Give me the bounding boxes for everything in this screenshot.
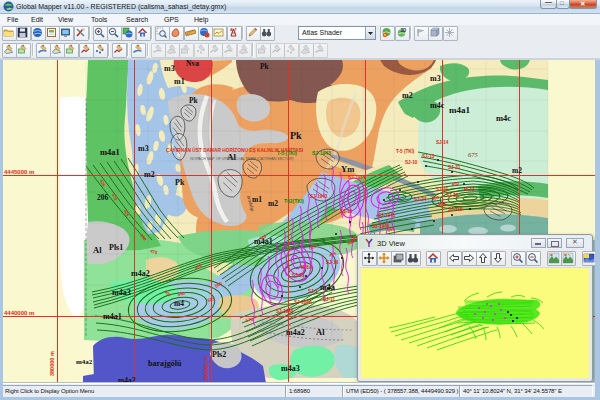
svg-text:Pls1: Pls1 xyxy=(109,243,123,252)
svg-text:SJ-16: SJ-16 xyxy=(326,260,339,265)
svg-text:m1: m1 xyxy=(174,77,185,86)
svg-text:SJ-1984: SJ-1984 xyxy=(348,175,366,180)
svg-text:M-8A: M-8A xyxy=(301,265,313,270)
svg-text:Ym: Ym xyxy=(341,164,354,174)
svg-text:m3: m3 xyxy=(138,144,149,153)
svg-text:Pk: Pk xyxy=(175,178,185,187)
svg-text:m2: m2 xyxy=(512,166,522,175)
svg-text:m4a2: m4a2 xyxy=(118,376,136,383)
svg-text:SJ-1943: SJ-1943 xyxy=(310,194,328,199)
svg-text:Al: Al xyxy=(316,327,325,337)
svg-text:T-5 (TKİ): T-5 (TKİ) xyxy=(277,150,297,156)
svg-text:M-8: M-8 xyxy=(438,202,446,207)
svg-text:ISOPACH MAP OF UPPER COAL SEAM: ISOPACH MAP OF UPPER COAL SEAM (ÇAYIRHAN… xyxy=(190,157,293,161)
svg-text:206: 206 xyxy=(97,193,109,202)
svg-text:SJ-19: SJ-19 xyxy=(340,209,353,214)
svg-text:380000 m: 380000 m xyxy=(49,351,55,376)
svg-text:SJ-104A: SJ-104A xyxy=(294,300,313,305)
svg-text:SJ-31: SJ-31 xyxy=(436,187,449,192)
svg-text:Pk: Pk xyxy=(290,130,302,141)
svg-text:3D: 3D xyxy=(400,28,407,33)
svg-text:m4a2: m4a2 xyxy=(286,328,305,337)
svg-text:m4a1: m4a1 xyxy=(103,312,122,321)
svg-text:4445000 m: 4445000 m xyxy=(4,169,34,175)
svg-text:SJ-1941: SJ-1941 xyxy=(378,213,396,218)
svg-text:m3: m3 xyxy=(164,64,175,73)
svg-text:SJ-11: SJ-11 xyxy=(323,297,335,302)
svg-text:T-5 (TKİ): T-5 (TKİ) xyxy=(396,148,415,154)
svg-text:m4a: m4a xyxy=(320,283,335,292)
svg-text:m4a1: m4a1 xyxy=(100,147,120,157)
svg-text:SJ-25: SJ-25 xyxy=(292,273,305,278)
svg-text:m2: m2 xyxy=(144,170,155,179)
svg-text:m4a1: m4a1 xyxy=(449,105,470,115)
svg-text:Pls2: Pls2 xyxy=(212,350,226,359)
svg-text:4440000 m: 4440000 m xyxy=(4,310,34,316)
svg-text:m4a2: m4a2 xyxy=(131,269,150,278)
svg-text:Al: Al xyxy=(93,245,102,255)
svg-text:ALT: ALT xyxy=(230,28,237,32)
svg-text:m4: m4 xyxy=(174,299,184,308)
svg-text:SJ-1: SJ-1 xyxy=(308,289,318,294)
svg-text:Pk: Pk xyxy=(189,96,199,105)
svg-text:M-33: M-33 xyxy=(464,187,475,192)
svg-text:m2: m2 xyxy=(402,91,413,100)
svg-text:m4a3: m4a3 xyxy=(281,364,300,373)
svg-text:m4c: m4c xyxy=(430,101,445,110)
svg-text:SJ-13: SJ-13 xyxy=(422,154,435,159)
svg-text:SJ-1940: SJ-1940 xyxy=(276,309,294,314)
svg-text:SJ-14: SJ-14 xyxy=(436,140,449,145)
svg-text:Nva: Nva xyxy=(186,60,199,68)
svg-text:T42(TKİ): T42(TKİ) xyxy=(284,198,304,204)
svg-text:SJ-32: SJ-32 xyxy=(446,193,459,198)
svg-text:m4a2: m4a2 xyxy=(76,358,93,366)
svg-text:Pk: Pk xyxy=(260,62,270,71)
svg-text:675: 675 xyxy=(468,151,479,158)
svg-text:m2: m2 xyxy=(268,199,278,208)
svg-text:m3: m3 xyxy=(430,74,441,83)
svg-text:SJ-24: SJ-24 xyxy=(414,197,427,202)
svg-text:barajgölü: barajgölü xyxy=(148,359,182,368)
svg-text:m4a3: m4a3 xyxy=(112,288,131,297)
svg-text:SJ-119: SJ-119 xyxy=(448,207,463,212)
svg-text:m4c: m4c xyxy=(496,113,511,123)
svg-text:385000 m: 385000 m xyxy=(203,356,209,381)
svg-text:SJ-31: SJ-31 xyxy=(448,165,461,170)
svg-text:SJ-10: SJ-10 xyxy=(405,160,418,165)
svg-text:SJ-1943: SJ-1943 xyxy=(312,150,331,156)
